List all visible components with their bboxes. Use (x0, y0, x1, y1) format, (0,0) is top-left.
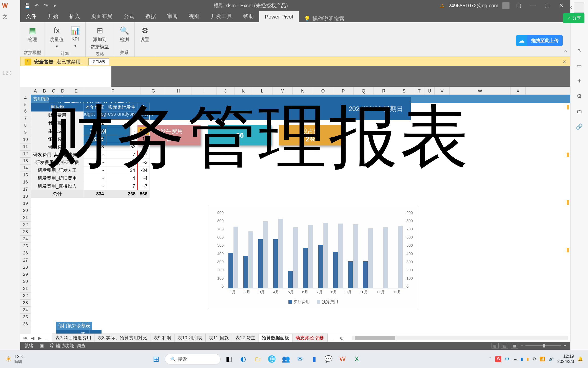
col-header-X[interactable]: X (511, 87, 526, 95)
row-header-13[interactable]: 13 (20, 158, 31, 165)
row-header-12[interactable]: 12 (20, 151, 31, 158)
mail-icon[interactable]: ✉ (295, 354, 306, 365)
tab-data[interactable]: 数据 (140, 10, 162, 22)
row-header-6[interactable]: 6 (20, 108, 31, 115)
row-header-32[interactable]: 32 (20, 292, 31, 300)
settings-icon[interactable]: ⚙ (574, 91, 584, 101)
row-header-35[interactable]: 35 (20, 314, 31, 321)
row-header-27[interactable]: 27 (20, 257, 31, 264)
teams-icon[interactable]: 👥 (280, 354, 291, 365)
row-header-18[interactable]: 18 (20, 193, 31, 200)
sogou-ime-icon[interactable]: S (495, 356, 501, 362)
tab-insert[interactable]: 插入 (64, 10, 86, 22)
tab-view[interactable]: 视图 (183, 10, 205, 22)
row-header-30[interactable]: 30 (20, 278, 31, 285)
sheet-tab[interactable]: 表8-实际、预算费用对比 (94, 334, 150, 342)
tray-icon-2[interactable]: ▮ (521, 356, 523, 362)
volume-icon[interactable]: 🔊 (548, 356, 554, 362)
sheet-tab[interactable]: 动态路径-勿删 (292, 334, 328, 342)
row-header-26[interactable]: 26 (20, 250, 31, 257)
row-header-10[interactable]: 10 (20, 136, 31, 143)
tab-layout[interactable]: 页面布局 (86, 10, 118, 22)
security-close-icon[interactable]: ✕ (562, 59, 566, 65)
account-email[interactable]: 2496851072@qq.com (448, 3, 498, 9)
wps-icon[interactable]: W (337, 354, 348, 365)
tab-home[interactable]: 开始 (42, 10, 64, 22)
sheet-tab[interactable]: 表7-科目维度费用 (52, 334, 94, 342)
zoom-in-button[interactable]: + (563, 343, 566, 348)
view-layout-icon[interactable]: ▤ (501, 343, 508, 348)
row-header-22[interactable]: 22 (20, 222, 31, 229)
tab-formulas[interactable]: 公式 (118, 10, 140, 22)
close-window-icon[interactable]: ✕ (556, 1, 566, 11)
zoom-out-button[interactable]: − (520, 343, 523, 348)
wechat-icon[interactable]: 💬 (323, 354, 334, 365)
row-header-7[interactable]: 7 (20, 115, 31, 122)
ime-lang-icon[interactable]: 中 (505, 356, 509, 362)
row-header-17[interactable]: 17 (20, 186, 31, 193)
link-icon[interactable]: 🔗 (574, 122, 584, 132)
kpi-button[interactable]: 📊 KPI ▾ (69, 24, 82, 49)
manage-button[interactable]: ▦ 管理 (26, 24, 39, 44)
tab-file[interactable]: 文件 (20, 10, 42, 22)
cursor-icon[interactable]: ↖ (574, 46, 584, 56)
row-header-5[interactable]: 5 (20, 101, 31, 108)
save-icon[interactable]: 💾 (24, 3, 30, 9)
share-button[interactable]: ↗ 分享 (563, 13, 584, 23)
row-header-36[interactable]: 36 (20, 321, 31, 328)
taskbar-search[interactable]: 🔍 搜索 (165, 354, 221, 364)
tab-help[interactable]: 帮助 (238, 10, 259, 22)
row-header-23[interactable]: 23 (20, 229, 31, 236)
edge-icon[interactable]: 🌐 (266, 354, 277, 365)
row-header-8[interactable]: 8 (20, 122, 31, 129)
wifi-icon[interactable]: 📶 (540, 356, 545, 362)
view-pagebreak-icon[interactable]: ▥ (511, 343, 518, 348)
sheet-tab[interactable]: 表12-货主 (232, 334, 259, 342)
row-header-24[interactable]: 24 (20, 236, 31, 243)
view-normal-icon[interactable]: ▦ (492, 343, 499, 348)
row-header-4[interactable]: 4 (20, 95, 31, 101)
select-all-corner[interactable] (20, 87, 31, 95)
row-header-20[interactable]: 20 (20, 207, 31, 214)
row-header-28[interactable]: 28 (20, 264, 31, 271)
tray-icon-3[interactable]: ▮ (526, 356, 529, 362)
qat-dropdown-icon[interactable]: ▾ (52, 3, 58, 9)
settings-button[interactable]: ⚙ 设置 (138, 24, 151, 44)
sheet-nav-prev-icon[interactable]: ◀ (30, 335, 35, 341)
copilot-icon[interactable]: ◐ (238, 354, 249, 365)
row-header-33[interactable]: 33 (20, 300, 31, 307)
tab-dev[interactable]: 开发工具 (205, 10, 238, 22)
horizontal-scrollbar[interactable] (352, 336, 568, 340)
left-menu-item[interactable]: 文 (0, 11, 20, 22)
sheet-nav-more-icon[interactable]: … (44, 335, 50, 341)
redo-icon[interactable]: ↷ (43, 3, 49, 9)
enable-content-button[interactable]: 启用内容 (88, 58, 109, 65)
sheet-tab[interactable]: 预算数据面板 (259, 334, 292, 342)
row-header-9[interactable]: 9 (20, 129, 31, 136)
sheet-nav-first-icon[interactable]: ⏮ (23, 335, 28, 341)
tray-up-icon[interactable]: ⌃ (488, 356, 492, 362)
app-icon-1[interactable]: ▮ (309, 354, 320, 365)
ribbon-display-icon[interactable]: ▢ (514, 1, 524, 11)
add-sheet-icon[interactable]: ⊕ (337, 334, 346, 342)
row-header-34[interactable]: 34 (20, 307, 31, 314)
sheet-tab[interactable]: 表10-利润表 (174, 334, 206, 342)
macro-record-icon[interactable]: ▣ (40, 343, 44, 348)
minimize-icon[interactable]: — (528, 1, 538, 11)
row-header-21[interactable]: 21 (20, 214, 31, 222)
row-header-25[interactable]: 25 (20, 243, 31, 250)
folder-icon[interactable]: 🗀 (574, 106, 584, 117)
task-view-icon[interactable]: ◧ (224, 354, 235, 365)
notification-icon[interactable]: 🔔 (578, 356, 583, 362)
addtomodel-button[interactable]: ⊞ 添加到 数据模型 (89, 24, 110, 51)
taskbar-clock[interactable]: 12:19 2024/3/3 (557, 354, 574, 364)
zoom-slider[interactable] (525, 345, 561, 346)
avatar-icon[interactable] (502, 2, 509, 9)
row-header-19[interactable]: 19 (20, 200, 31, 207)
row-header-11[interactable]: 11 (20, 143, 31, 151)
detect-button[interactable]: 🔍 检测 (118, 24, 131, 44)
upload-float[interactable]: ☁ 拖拽至此上传 (516, 35, 563, 46)
camera-icon[interactable]: ✦ (574, 76, 584, 86)
row-header-15[interactable]: 15 (20, 172, 31, 179)
row-header-14[interactable]: 14 (20, 165, 31, 172)
